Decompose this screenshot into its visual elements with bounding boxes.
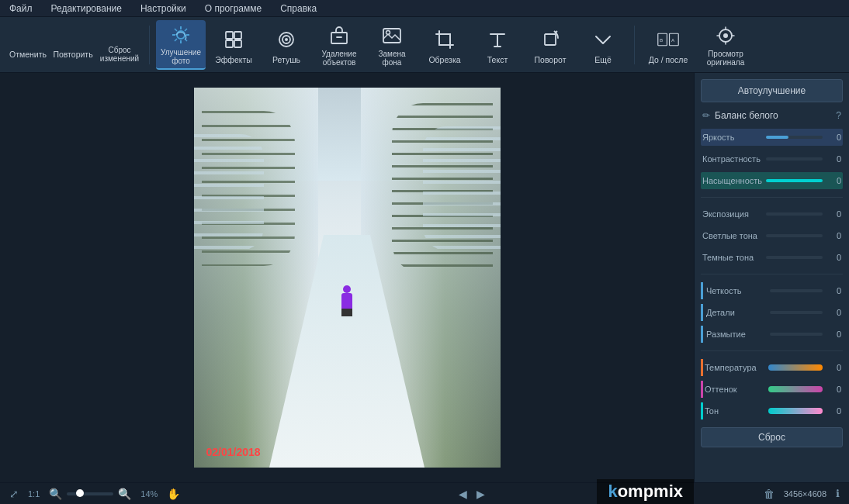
canvas-area[interactable]: 02/01/2018 [0, 73, 694, 482]
info-icon[interactable]: ℹ [836, 488, 840, 499]
menu-about[interactable]: О программе [202, 2, 265, 16]
temperature-value: 0 [826, 363, 841, 372]
enhance-icon [167, 23, 195, 47]
exposure-label: Экспозиция [702, 209, 766, 219]
remove-icon [325, 23, 353, 48]
tool-crop[interactable]: Обрезка [420, 20, 470, 70]
tool-more[interactable]: Ещё [578, 20, 628, 70]
white-balance-label: Баланс белого [715, 110, 778, 121]
tone-label: Тон [705, 406, 768, 416]
svg-text:A: A [671, 37, 675, 43]
tool-enhance[interactable]: Улучшение фото [156, 20, 206, 70]
details-value: 0 [826, 308, 841, 317]
reset-sliders-button[interactable]: Сброс [701, 427, 843, 447]
preview-icon [712, 23, 740, 48]
redo-label: Повторить [53, 50, 92, 59]
menu-edit[interactable]: Редактирование [48, 2, 125, 16]
shadows-value: 0 [826, 253, 841, 262]
hand-icon[interactable]: ✋ [167, 488, 180, 500]
fit-icon[interactable]: ⤢ [9, 488, 19, 500]
image-dimensions: 3456×4608 [784, 489, 826, 499]
clarity-value: 0 [826, 286, 841, 295]
sep2 [634, 26, 635, 64]
tool-bg[interactable]: Замена фона [367, 20, 417, 70]
rotate-label: Поворот [535, 55, 567, 64]
before-after-button[interactable]: B A До / после [641, 20, 695, 70]
photo-date: 02/01/2018 [206, 446, 261, 458]
preview-button[interactable]: Просмотр оригинала [698, 20, 753, 70]
tool-retouch[interactable]: Ретушь [262, 20, 311, 70]
zoom-in-icon[interactable]: 🔍 [118, 488, 131, 500]
menu-bar: Файл Редактирование Настройки О программ… [0, 0, 849, 17]
contrast-row: Контрастность 0 [701, 150, 843, 167]
clarity-row: Четкость 0 [701, 282, 843, 299]
brightness-track[interactable] [766, 136, 823, 139]
toolbar: Отменить Повторить Сброс изменений [0, 17, 849, 73]
help-icon[interactable]: ? [836, 110, 841, 121]
menu-help[interactable]: Справка [277, 2, 320, 16]
details-label: Детали [706, 308, 770, 317]
photo-container: 02/01/2018 [194, 88, 501, 468]
svg-text:B: B [660, 37, 663, 43]
brightness-label: Яркость [702, 133, 766, 142]
next-button[interactable]: ▶ [476, 488, 485, 500]
shadows-label: Темные тона [702, 253, 766, 262]
contrast-track[interactable] [766, 157, 823, 161]
tool-text[interactable]: Текст [473, 20, 522, 70]
svg-rect-12 [331, 33, 347, 43]
tool-effects[interactable]: Эффекты [209, 20, 258, 70]
prev-button[interactable]: ◀ [459, 488, 467, 500]
tone-track[interactable] [768, 408, 823, 414]
saturation-label: Насыщенность [702, 176, 766, 185]
more-label: Ещё [594, 55, 611, 64]
bg-label: Замена фона [370, 50, 414, 67]
svg-point-25 [723, 33, 728, 38]
tool-rotate[interactable]: Поворот [525, 20, 575, 70]
details-track[interactable] [770, 311, 823, 314]
zoom-out-icon[interactable]: 🔍 [49, 488, 62, 500]
delete-icon[interactable]: 🗑 [764, 488, 774, 500]
temperature-track[interactable] [768, 364, 823, 371]
before-after-label: До / после [649, 55, 688, 64]
menu-file[interactable]: Файл [6, 2, 36, 16]
reset-label: Сброс изменений [96, 46, 143, 63]
white-balance-title: ✏ Баланс белого ? [701, 107, 843, 124]
exposure-value: 0 [826, 209, 841, 219]
zoom-percent: 14% [140, 489, 158, 499]
zoom-slider[interactable] [67, 492, 113, 495]
highlights-track[interactable] [766, 234, 823, 237]
saturation-track[interactable] [766, 179, 823, 182]
shadows-track[interactable] [766, 256, 823, 259]
tint-track[interactable] [768, 386, 823, 392]
auto-enhance-button[interactable]: Автоулучшение [701, 79, 843, 102]
highlights-row: Светлые тона 0 [701, 227, 843, 244]
status-bar: ⤢ 1:1 🔍 🔍 14% ✋ ◀ ▶ 🗑 3456×4608 ℹ kompmi… [0, 482, 849, 504]
redo-button[interactable]: Повторить [51, 20, 95, 70]
tool-remove[interactable]: Удаление объектов [314, 20, 364, 70]
menu-settings[interactable]: Настройки [137, 2, 189, 16]
exposure-row: Экспозиция 0 [701, 205, 843, 223]
svg-rect-7 [226, 40, 233, 47]
svg-rect-8 [234, 40, 241, 47]
svg-point-11 [285, 38, 288, 41]
content-area: 02/01/2018 Автоулучшение ✏ Баланс белого… [0, 73, 849, 482]
zoom-ratio: 1:1 [28, 489, 40, 499]
effects-icon [220, 26, 248, 54]
exposure-track[interactable] [766, 212, 823, 216]
blur-row: Размытие 0 [701, 326, 843, 343]
highlights-value: 0 [826, 231, 841, 240]
retouch-icon [272, 26, 300, 54]
clarity-track[interactable] [770, 289, 823, 292]
svg-rect-16 [439, 34, 450, 45]
blur-label: Размытие [706, 330, 770, 339]
blur-track[interactable] [770, 333, 823, 336]
reset-button[interactable]: Сброс изменений [96, 20, 143, 70]
undo-button[interactable]: Отменить [6, 20, 50, 70]
divider2 [701, 274, 843, 274]
temperature-label: Температура [705, 363, 768, 372]
brightness-row: Яркость 0 [701, 129, 843, 146]
blur-value: 0 [826, 330, 841, 339]
temperature-row: Температура 0 [701, 359, 843, 376]
photo-bg: 02/01/2018 [194, 88, 501, 468]
snow-scene [194, 88, 501, 468]
